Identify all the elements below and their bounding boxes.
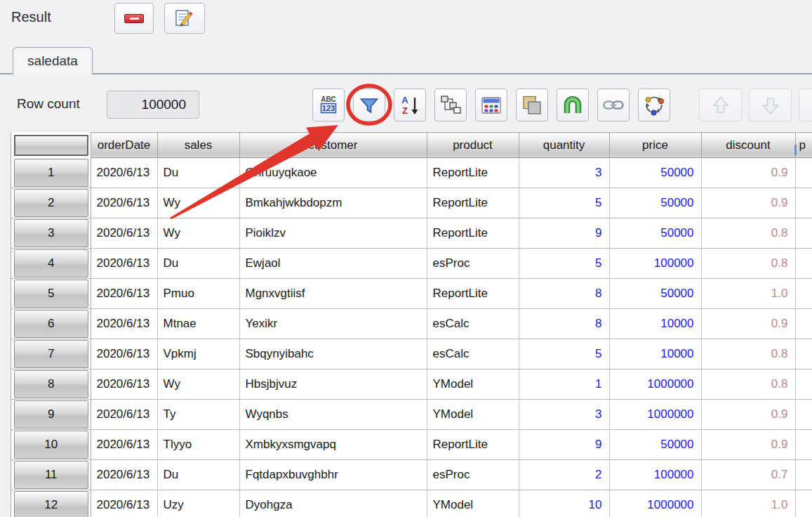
cell-orderDate[interactable]: 2020/6/13	[91, 218, 157, 249]
row-header[interactable]: 4	[11, 249, 91, 279]
cell-price[interactable]: 1000000	[609, 490, 701, 517]
cell-product[interactable]: YModel	[427, 369, 519, 400]
row-header[interactable]: 7	[11, 339, 91, 369]
cell-discount[interactable]: 0.9	[701, 309, 795, 339]
cell-orderDate[interactable]: 2020/6/13	[91, 309, 157, 339]
sort-az-button[interactable]: AZ	[394, 89, 426, 122]
column-header-customer[interactable]: customer	[239, 133, 427, 158]
magnet-button[interactable]	[557, 89, 589, 122]
column-header-extra[interactable]: p	[795, 133, 812, 158]
cell-product[interactable]: ReportLite	[427, 430, 519, 460]
cell-sales[interactable]: Wy	[157, 218, 239, 249]
cell-orderDate[interactable]: 2020/6/13	[91, 158, 157, 188]
row-header[interactable]: 3	[11, 218, 91, 249]
cell-orderDate[interactable]: 2020/6/13	[91, 279, 157, 309]
cell-sales[interactable]: Pmuo	[157, 279, 239, 309]
cell-quantity[interactable]: 5	[519, 188, 609, 218]
cell-price[interactable]: 50000	[609, 188, 701, 218]
color-grid-button[interactable]	[475, 89, 507, 122]
cell-price[interactable]: 50000	[609, 430, 701, 460]
cell-discount[interactable]: 1.0	[701, 279, 795, 309]
cell-price[interactable]: 1000000	[609, 369, 701, 400]
cell-orderDate[interactable]: 2020/6/13	[91, 188, 157, 218]
cell-quantity[interactable]: 10	[519, 490, 609, 517]
cell-orderDate[interactable]: 2020/6/13	[91, 460, 157, 490]
cell-customer[interactable]: Sbqynyibahc	[239, 339, 427, 369]
cell-price[interactable]: 100000	[609, 249, 701, 279]
cell-discount[interactable]: 0.8	[701, 249, 795, 279]
cell-orderDate[interactable]: 2020/6/13	[91, 339, 157, 369]
cell-price[interactable]: 100000	[609, 460, 701, 490]
column-header-orderDate[interactable]: orderDate	[91, 133, 157, 158]
cell-orderDate[interactable]: 2020/6/13	[91, 490, 157, 517]
cell-quantity[interactable]: 3	[519, 400, 609, 430]
cell-orderDate[interactable]: 2020/6/13	[91, 249, 157, 279]
cell-customer[interactable]: Pioiklzv	[239, 218, 427, 249]
relation-diagram-button[interactable]	[434, 89, 467, 122]
row-header[interactable]: 1	[11, 158, 91, 188]
cell-price[interactable]: 50000	[609, 218, 701, 249]
cell-orderDate[interactable]: 2020/6/13	[91, 369, 157, 400]
row-header[interactable]: 11	[11, 460, 91, 490]
cell-customer[interactable]: Ewjaol	[239, 249, 427, 279]
cell-discount[interactable]: 0.9	[701, 430, 795, 460]
row-header[interactable]: 5	[11, 279, 91, 309]
cell-product[interactable]: esProc	[427, 249, 519, 279]
cell-product[interactable]: ReportLite	[427, 188, 519, 218]
cell-sales[interactable]: Tlyyo	[157, 430, 239, 460]
row-header[interactable]: 9	[11, 400, 91, 430]
cell-quantity[interactable]: 1	[519, 369, 609, 400]
cell-discount[interactable]: 0.8	[701, 218, 795, 249]
cell-product[interactable]: ReportLite	[427, 158, 519, 188]
cell-sales[interactable]: Wy	[157, 369, 239, 400]
edit-button[interactable]	[164, 3, 205, 34]
cell-customer[interactable]: Hbsjbjvuz	[239, 369, 427, 400]
cell-sales[interactable]: Vpkmj	[157, 339, 239, 369]
remove-button[interactable]	[114, 3, 154, 34]
cell-sales[interactable]: Du	[157, 158, 239, 188]
row-header[interactable]: 10	[11, 430, 91, 460]
cell-product[interactable]: esCalc	[427, 309, 519, 339]
cell-price[interactable]: 1000000	[609, 400, 701, 430]
column-header-price[interactable]: price	[609, 133, 701, 158]
cell-customer[interactable]: Mgnxvgtiisf	[239, 279, 427, 309]
filter-button[interactable]	[353, 89, 385, 122]
cell-quantity[interactable]: 9	[519, 218, 609, 249]
cell-sales[interactable]: Uzy	[157, 490, 239, 517]
copy-overlap-button[interactable]	[516, 89, 548, 122]
cell-product[interactable]: YModel	[427, 490, 519, 517]
cell-product[interactable]: esCalc	[427, 339, 519, 369]
cell-sales[interactable]: Ty	[157, 400, 239, 430]
tab-saledata[interactable]: saledata	[13, 47, 93, 74]
cell-discount[interactable]: 0.9	[701, 188, 795, 218]
cell-quantity[interactable]: 9	[519, 430, 609, 460]
row-header[interactable]: 12	[11, 490, 91, 517]
column-header-discount[interactable]: discount	[701, 133, 795, 158]
column-header-sales[interactable]: sales	[157, 133, 239, 158]
link-button[interactable]	[597, 89, 630, 122]
cell-discount[interactable]: 0.9	[701, 400, 795, 430]
cell-price[interactable]: 50000	[609, 158, 701, 188]
row-header[interactable]: 2	[11, 188, 91, 218]
cell-sales[interactable]: Mtnae	[157, 309, 239, 339]
cell-product[interactable]: esProc	[427, 460, 519, 490]
cell-price[interactable]: 10000	[609, 309, 701, 339]
column-header-product[interactable]: product	[427, 133, 519, 158]
cell-product[interactable]: ReportLite	[427, 279, 519, 309]
refresh-button[interactable]	[638, 89, 670, 122]
cell-discount[interactable]: 0.7	[701, 460, 795, 490]
cell-price[interactable]: 50000	[609, 279, 701, 309]
row-header[interactable]: 8	[11, 369, 91, 400]
cell-discount[interactable]: 0.8	[701, 339, 795, 369]
cell-product[interactable]: ReportLite	[427, 218, 519, 249]
cell-customer[interactable]: Yexikr	[239, 309, 427, 339]
cell-customer[interactable]: Dyohgza	[239, 490, 427, 517]
cell-quantity[interactable]: 5	[519, 339, 609, 369]
column-header-quantity[interactable]: quantity	[519, 133, 609, 158]
cell-sales[interactable]: Du	[157, 460, 239, 490]
cell-customer[interactable]: Fqtdapxbuvghbhr	[239, 460, 427, 490]
cell-discount[interactable]: 0.8	[701, 369, 795, 400]
cell-quantity[interactable]: 8	[519, 279, 609, 309]
row-count-field[interactable]: 100000	[107, 91, 199, 119]
cell-customer[interactable]: Bmkahjwkbdopzm	[239, 188, 427, 218]
